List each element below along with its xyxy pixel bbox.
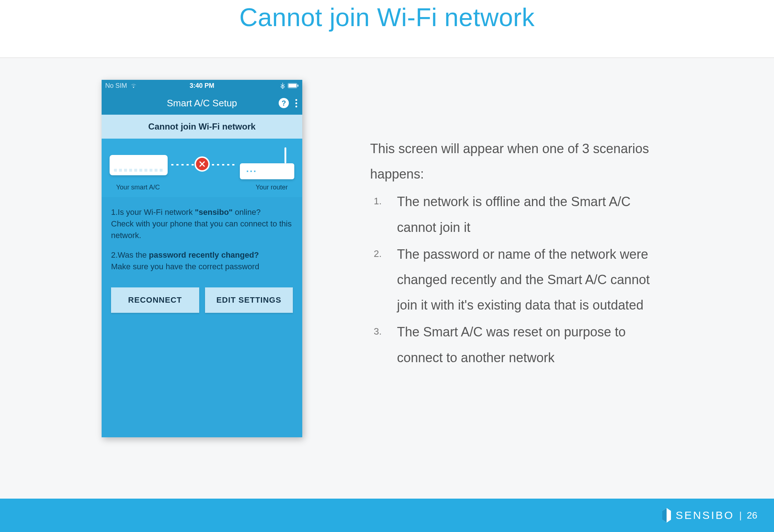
edit-settings-button[interactable]: EDIT SETTINGS [205,287,293,313]
scenario-list: The network is offline and the Smart A/C… [370,189,668,370]
slide-header: Cannot join Wi-Fi network [0,0,774,58]
brand-logo: SENSIBO [661,508,734,523]
scenario-item: The network is offline and the Smart A/C… [370,189,668,240]
sensibo-icon [661,508,672,523]
overflow-menu-icon[interactable] [295,99,297,107]
phone-background [102,320,302,437]
app-bar-actions: ? [279,91,297,115]
troubleshoot-item-2: 2.Was the password recently changed? Mak… [111,249,293,273]
explanation-panel: This screen will appear when one of 3 sc… [370,136,668,372]
troubleshoot-text: 1.Is your Wi-Fi network "sensibo" online… [102,197,302,287]
troubleshoot-item-1: 1.Is your Wi-Fi network "sensibo" online… [111,206,293,241]
footer-divider: | [739,510,742,521]
connection-diagram: Your smart A/C Your router [102,139,302,197]
status-center: 3:40 PM [102,82,302,90]
phone-mock: No SIM 3:40 PM [102,80,302,437]
diagram-right-label: Your router [256,184,288,191]
status-time: 3:40 PM [189,82,214,89]
brand-name: SENSIBO [676,509,734,521]
diagram-left-label: Your smart A/C [116,184,160,191]
slide-footer: SENSIBO | 26 [0,499,774,532]
page-title: Cannot join Wi-Fi network [239,3,535,32]
connection-failed-icon [194,156,210,172]
scenario-item: The Smart A/C was reset on purpose to co… [370,319,668,370]
slide: Cannot join Wi-Fi network No SIM 3:40 PM [0,0,774,532]
error-banner: Cannot join Wi-Fi network [102,115,302,139]
status-bar: No SIM 3:40 PM [102,80,302,91]
page-number: 26 [747,510,757,521]
reconnect-button[interactable]: RECONNECT [111,287,199,313]
scenario-item: The password or name of the network were… [370,242,668,318]
app-bar-title: Smart A/C Setup [167,98,237,109]
action-buttons: RECONNECT EDIT SETTINGS [102,287,302,320]
smart-ac-icon [110,155,168,175]
slide-body: No SIM 3:40 PM [0,58,774,499]
explanation-intro: This screen will appear when one of 3 sc… [370,136,668,187]
router-icon [240,163,294,179]
app-bar: Smart A/C Setup ? [102,91,302,115]
help-icon[interactable]: ? [279,98,289,108]
